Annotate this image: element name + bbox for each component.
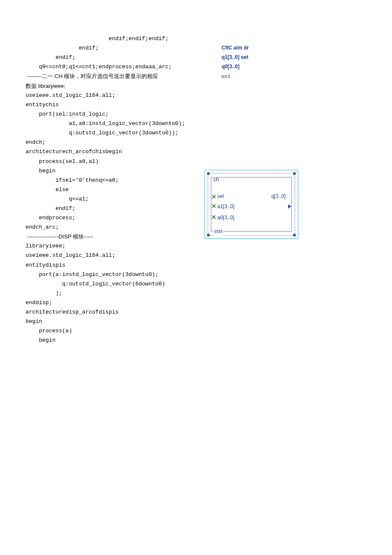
code-line: architecturech_arcofchisbegin [26,147,366,157]
diagram-handle-icon [293,234,296,236]
code-line: endif; [26,204,192,213]
code-line: port(sel:instd_logic; [26,110,366,119]
code-line: useieee.std_logic_1164.all; [26,251,366,260]
block-diagram: ch ✕ sel q[3..0] ✕ a1[3..0] [205,170,298,239]
code-row: qθ<=cntθ;q1<=cnt1;endprocess;endaaa_arc;… [26,62,366,72]
port-row: ✕ a1[3..0] [217,201,285,212]
port-row: ✕ a0[3..0] [217,212,285,223]
code-line: else [26,185,192,195]
code-line: endprocess; [26,213,192,223]
code-column: begin ifsel='0'thenq<=aθ; else q<=a1; en… [26,166,192,251]
code-line: libraryieee; [26,241,192,251]
code-row: endif; q1[3..0] set [26,53,366,62]
port-in-label: a1[3..0] [217,203,234,209]
code-line: endch; [26,138,366,147]
code-line: 数据 libraryieee; [26,81,366,91]
code-line: begin [26,317,366,326]
code-line: entitychis [26,100,366,110]
code-line: ); [26,289,366,298]
side-annotation: q1[3..0] set [222,53,248,61]
code-line: endif; [26,44,222,53]
side-annotation: q0[3..0] [222,62,239,71]
diagram-handle-icon [207,234,210,236]
diagram-handle-icon [293,172,296,175]
port-input-marker-icon: ✕ [211,192,216,202]
code-line: architecturedisp_arcofdispis [26,308,366,317]
block-diagram-inner: ✕ sel q[3..0] ✕ a1[3..0] ✕ a0[3..0] [211,177,292,232]
code-line: endif; [26,53,222,62]
code-row: --------二一 CH 模块，对应片选信号送出要显示的相应 mst [26,72,366,81]
code-line: a1,aθ:instd_logic_vector(3downto0); [26,119,366,128]
code-line: entitydispis [26,261,366,270]
code-line: --------二一 CH 模块，对应片选信号送出要显示的相应 [26,72,222,81]
code-with-diagram-row: begin ifsel='0'thenq<=aθ; else q<=a1; en… [26,166,366,251]
port-in-label: a0[3..0] [217,215,234,221]
code-line: process(sel.aθ,a1) [26,157,366,166]
code-line: q<=a1; [26,195,192,204]
code-line: useieee.std_logic_1164.all; [26,91,366,100]
code-line: port(a:instd_logic_vector(3downto0); [26,270,366,279]
port-out-label: q[3..0] [271,192,285,200]
code-line: begin [26,166,192,176]
code-line: qθ<=cntθ;q1<=cnt1;endprocess;endaaa_arc; [26,62,222,72]
port-in-label: sel [217,192,224,200]
diagram-handle-icon [207,172,210,175]
code-document: endif;endif;endif; endif; CflC aim dr en… [26,34,366,345]
code-line: ifsel='0'thenq<=aθ; [26,176,192,185]
code-line: endch_arc; [26,223,192,232]
port-input-marker-icon: ✕ [211,201,216,212]
code-line: endif;endif;endif; [26,34,366,44]
block-diagram-instance: inst [213,227,223,235]
code-line: q:outstd_logic_vector(6downto0) [26,279,366,289]
block-diagram-dashed: ch ✕ sel q[3..0] ✕ a1[3..0] [208,173,295,236]
port-row: ✕ sel q[3..0] [217,192,285,200]
side-annotation: CflC aim dr [222,44,249,52]
port-output-arrow-icon [288,201,291,212]
code-line: enddisp; [26,298,366,308]
port-input-marker-icon: ✕ [211,212,216,223]
code-row: endif; CflC aim dr [26,44,366,53]
code-line: process(a) [26,326,366,336]
side-annotation: mst [222,73,231,81]
code-line: begin [26,336,366,345]
code-line: -----------------DISP 模块----- [26,232,192,241]
code-line: q:outstd_logic_vector(3downto0)); [26,128,366,138]
